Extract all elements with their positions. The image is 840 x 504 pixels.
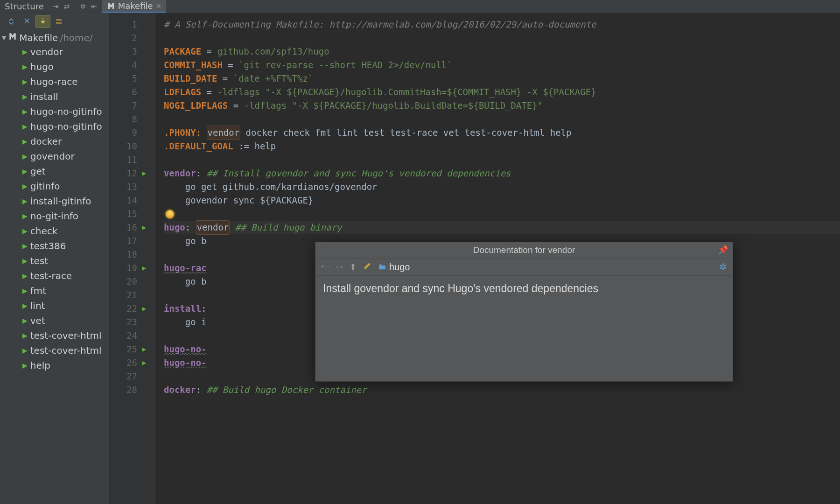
chevron-right-icon[interactable]: ▶ (22, 313, 28, 328)
chevron-right-icon[interactable]: ▶ (22, 209, 28, 224)
code-line[interactable]: .PHONY: vendor docker check fmt lint tes… (164, 126, 840, 140)
sidebar-item-hugo-race[interactable]: ▶hugo-race (22, 74, 109, 89)
sidebar-item-hugo[interactable]: ▶hugo (22, 59, 109, 74)
gutter-line[interactable]: 13 (110, 180, 152, 194)
structure-tree[interactable]: ▼ Makefile /home/ ▶vendor▶hugo▶hugo-race… (0, 30, 109, 504)
forward-icon[interactable]: ⤑ (336, 262, 343, 272)
expand-all-button[interactable] (4, 15, 19, 28)
hide-icon[interactable]: ⇤ (90, 2, 98, 11)
chevron-right-icon[interactable]: ▶ (22, 59, 28, 74)
gutter-line[interactable]: 10 (110, 140, 152, 153)
chevron-right-icon[interactable]: ▶ (22, 238, 28, 253)
up-icon[interactable]: ⬆ (350, 262, 357, 272)
sidebar-item-govendor[interactable]: ▶govendor (22, 149, 109, 164)
code-line[interactable]: PACKAGE = github.com/spf13/hugo (164, 45, 840, 58)
chevron-right-icon[interactable]: ▶ (22, 328, 28, 343)
gutter-line[interactable]: 26▶ (110, 356, 152, 370)
code-line[interactable]: vendor: ## Install govendor and sync Hug… (164, 167, 840, 180)
run-target-icon[interactable]: ▶ (141, 167, 147, 180)
run-target-icon[interactable]: ▶ (141, 343, 147, 356)
chevron-right-icon[interactable]: ▶ (22, 358, 28, 373)
gutter-line[interactable]: 15 (110, 207, 152, 221)
autoscroll-from-source-button[interactable] (51, 15, 66, 28)
sidebar-item-fmt[interactable]: ▶fmt (22, 283, 109, 298)
code-line[interactable]: LDFLAGS = -ldflags "-X ${PACKAGE}/hugoli… (164, 85, 840, 99)
code-line[interactable]: hugo: vendor ## Build hugo binary (164, 221, 840, 234)
gutter-line[interactable]: 23 (110, 315, 152, 329)
editor-area[interactable]: 123456789101112▶13141516▶171819▶202122▶2… (110, 13, 840, 504)
chevron-right-icon[interactable]: ▶ (22, 119, 28, 134)
chevron-right-icon[interactable]: ▶ (22, 104, 28, 119)
gutter-line[interactable]: 19▶ (110, 261, 152, 275)
run-target-icon[interactable]: ▶ (141, 261, 147, 275)
doc-breadcrumb[interactable]: hugo (378, 262, 410, 273)
chevron-right-icon[interactable]: ▶ (22, 268, 28, 283)
intention-bulb-icon[interactable] (166, 210, 174, 218)
sidebar-item-lint[interactable]: ▶lint (22, 298, 109, 313)
sidebar-item-test-cover-html[interactable]: ▶test-cover-html (22, 343, 109, 358)
gutter-line[interactable]: 24 (110, 329, 152, 343)
sidebar-item-install[interactable]: ▶install (22, 89, 109, 104)
code-line[interactable] (164, 31, 840, 45)
gutter-line[interactable]: 25▶ (110, 343, 152, 356)
run-target-icon[interactable]: ▶ (141, 302, 147, 315)
scroll-to-source-button[interactable] (35, 15, 50, 28)
chevron-right-icon[interactable]: ▶ (22, 89, 28, 104)
code-line[interactable] (164, 153, 840, 167)
gutter-line[interactable]: 11 (110, 153, 152, 167)
collapse-all-button[interactable] (20, 15, 35, 28)
code-line[interactable] (164, 112, 840, 126)
sidebar-item-vet[interactable]: ▶vet (22, 313, 109, 328)
chevron-right-icon[interactable]: ▶ (22, 74, 28, 89)
code-line[interactable]: go get github.com/kardianos/govendor (164, 180, 840, 194)
gutter[interactable]: 123456789101112▶13141516▶171819▶202122▶2… (110, 13, 155, 504)
sidebar-item-test[interactable]: ▶test (22, 253, 109, 268)
sidebar-item-test-cover-html[interactable]: ▶test-cover-html (22, 328, 109, 343)
code-line[interactable]: BUILD_DATE = `date +%FT%T%z` (164, 72, 840, 85)
chevron-right-icon[interactable]: ▶ (22, 298, 28, 313)
gear-icon[interactable]: ✲ (79, 2, 87, 11)
sidebar-item-check[interactable]: ▶check (22, 224, 109, 238)
sidebar-item-install-gitinfo[interactable]: ▶install-gitinfo (22, 194, 109, 209)
chevron-down-icon[interactable]: ▼ (2, 35, 6, 41)
sidebar-item-test-race[interactable]: ▶test-race (22, 268, 109, 283)
chevron-right-icon[interactable]: ▶ (22, 194, 28, 209)
gutter-line[interactable]: 12▶ (110, 167, 152, 180)
chevron-right-icon[interactable]: ▶ (22, 149, 28, 164)
sidebar-item-test386[interactable]: ▶test386 (22, 238, 109, 253)
sidebar-item-help[interactable]: ▶help (22, 358, 109, 373)
close-icon[interactable]: × (156, 2, 162, 10)
gutter-line[interactable]: 3 (110, 45, 152, 58)
chevron-right-icon[interactable]: ▶ (22, 343, 28, 358)
code-line[interactable]: # A Self-Documenting Makefile: http://ma… (164, 18, 840, 31)
chevron-right-icon[interactable]: ▶ (22, 253, 28, 268)
gutter-line[interactable]: 14 (110, 194, 152, 207)
gutter-line[interactable]: 1 (110, 18, 152, 31)
pin-icon[interactable]: 📌 (718, 245, 728, 255)
chevron-right-icon[interactable]: ▶ (22, 179, 28, 194)
chevron-right-icon[interactable]: ▶ (22, 224, 28, 238)
gutter-line[interactable]: 17 (110, 234, 152, 248)
gutter-line[interactable]: 18 (110, 248, 152, 261)
code-line[interactable]: COMMIT_HASH = `git rev-parse --short HEA… (164, 58, 840, 72)
gutter-line[interactable]: 9 (110, 126, 152, 140)
gutter-line[interactable]: 27 (110, 370, 152, 383)
run-target-icon[interactable]: ▶ (141, 356, 147, 370)
sidebar-item-hugo-no-gitinfo[interactable]: ▶hugo-no-gitinfo (22, 119, 109, 134)
chevron-right-icon[interactable]: ▶ (22, 283, 28, 298)
sidebar-item-no-git-info[interactable]: ▶no-git-info (22, 209, 109, 224)
autoscroll-icon[interactable]: ⇄ (63, 2, 71, 11)
chevron-right-icon[interactable]: ▶ (22, 134, 28, 149)
scroll-from-source-icon[interactable]: ⇥ (51, 2, 60, 11)
code-line[interactable]: NOGI_LDFLAGS = -ldflags "-X ${PACKAGE}/h… (164, 99, 840, 112)
gutter-line[interactable]: 5 (110, 72, 152, 85)
sidebar-item-get[interactable]: ▶get (22, 164, 109, 179)
chevron-right-icon[interactable]: ▶ (22, 44, 28, 59)
sidebar-item-docker[interactable]: ▶docker (22, 134, 109, 149)
gutter-line[interactable]: 16▶ (110, 221, 152, 234)
code-line[interactable]: docker: ## Build hugo Docker container (164, 383, 840, 397)
gutter-line[interactable]: 2 (110, 31, 152, 45)
gutter-line[interactable]: 4 (110, 58, 152, 72)
gear-icon[interactable]: ✲ (719, 261, 727, 273)
gutter-line[interactable]: 8 (110, 112, 152, 126)
